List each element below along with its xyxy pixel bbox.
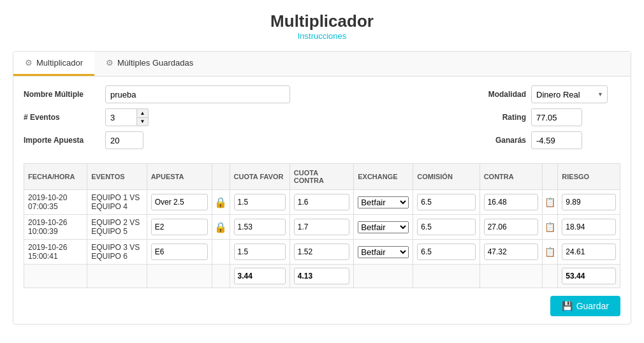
- cell-copy-3: 📋: [543, 240, 558, 265]
- copy-icon-2[interactable]: 📋: [545, 222, 555, 232]
- totals-empty-8: [543, 265, 558, 288]
- exchange-select-1[interactable]: Betfair Smarkets Matchbook: [358, 196, 409, 208]
- apuesta-input-2[interactable]: [151, 219, 208, 235]
- th-exchange: EXCHANGE: [354, 164, 413, 190]
- cell-eventos-2: EQUIPO 2 VS EQUIPO 5: [87, 215, 147, 240]
- total-cuota-contra-input[interactable]: [294, 268, 349, 284]
- right-form: Modalidad Dinero Real Prueba Rating Gana…: [475, 85, 608, 149]
- cell-exchange-3: Betfair Smarkets Matchbook: [354, 240, 413, 265]
- form-section: Nombre Múltiple # Eventos ▲ ▼ Importe Ap…: [13, 77, 631, 163]
- spinner-down-button[interactable]: ▼: [137, 117, 149, 126]
- importe-input[interactable]: [105, 131, 143, 149]
- cuota-favor-input-3[interactable]: [234, 244, 286, 260]
- instructions-link[interactable]: Instrucciones: [298, 31, 347, 41]
- tab-container: ⚙ Multiplicador ⚙ Múltiples Guardadas No…: [13, 51, 631, 325]
- table-header-row: FECHA/HORA EVENTOS APUESTA CUOTA FAVOR C…: [24, 164, 620, 190]
- exchange-select-3[interactable]: Betfair Smarkets Matchbook: [358, 246, 409, 258]
- total-riesgo-input[interactable]: [562, 268, 616, 284]
- cell-comision-1: [413, 190, 479, 215]
- ganaras-input[interactable]: [531, 131, 582, 149]
- cell-copy-2: 📋: [543, 215, 558, 240]
- cell-lock-3: [212, 240, 230, 265]
- cuota-favor-input-1[interactable]: [234, 194, 286, 210]
- copy-icon-3[interactable]: 📋: [545, 247, 555, 257]
- save-button[interactable]: 💾 Guardar: [550, 296, 620, 316]
- lock-icon-1[interactable]: 🔒: [214, 197, 227, 208]
- tab-multiples-guardadas[interactable]: ⚙ Múltiples Guardadas: [94, 52, 205, 76]
- modalidad-label: Modalidad: [475, 90, 526, 99]
- tab-multiplicador[interactable]: ⚙ Multiplicador: [13, 52, 94, 76]
- table-row: 2019-10-20 07:00:35 EQUIPO 1 VS EQUIPO 4…: [24, 190, 620, 215]
- bookmark-icon: ⚙: [106, 58, 113, 68]
- spinner-buttons: ▲ ▼: [137, 108, 149, 126]
- th-cuota-contra: CUOTA CONTRA: [289, 164, 353, 190]
- cell-eventos-3: EQUIPO 3 VS EQUIPO 6: [87, 240, 147, 265]
- cuota-contra-input-2[interactable]: [294, 219, 349, 235]
- totals-cuota-contra: [289, 265, 353, 288]
- cell-apuesta-2: [147, 215, 212, 240]
- tab-multiplicador-label: Multiplicador: [36, 58, 83, 68]
- totals-empty-6: [413, 265, 479, 288]
- nombre-multiple-input[interactable]: [105, 85, 290, 103]
- cell-lock-1: 🔒: [212, 190, 230, 215]
- cell-riesgo-1: [558, 190, 620, 215]
- cell-cuota-favor-1: [230, 190, 289, 215]
- cell-cuota-contra-3: [289, 240, 353, 265]
- exchange-cell-2: Betfair Smarkets Matchbook: [358, 221, 409, 233]
- cuota-contra-input-3[interactable]: [294, 244, 349, 260]
- cell-riesgo-3: [558, 240, 620, 265]
- th-contra: CONTRA: [479, 164, 543, 190]
- apuesta-input-3[interactable]: [151, 244, 208, 260]
- tab-multiples-guardadas-label: Múltiples Guardadas: [117, 58, 193, 68]
- totals-empty-3: [147, 265, 212, 288]
- save-icon: 💾: [562, 301, 573, 311]
- nombre-multiple-row: Nombre Múltiple: [24, 85, 475, 103]
- importe-row: Importe Apuesta: [24, 131, 475, 149]
- contra-input-2[interactable]: [484, 219, 539, 235]
- cell-apuesta-1: [147, 190, 212, 215]
- th-comision: COMISIÓN: [413, 164, 479, 190]
- comision-input-1[interactable]: [417, 194, 475, 210]
- cell-lock-2: 🔒: [212, 215, 230, 240]
- eventos-row: # Eventos ▲ ▼: [24, 108, 475, 126]
- cell-apuesta-3: [147, 240, 212, 265]
- importe-label: Importe Apuesta: [24, 136, 100, 145]
- th-copy-icon-col: [543, 164, 558, 190]
- riesgo-input-1[interactable]: [562, 194, 616, 210]
- cell-cuota-favor-2: [230, 215, 289, 240]
- contra-input-3[interactable]: [484, 244, 539, 260]
- table-row: 2019-10-26 15:00:41 EQUIPO 3 VS EQUIPO 6…: [24, 240, 620, 265]
- gear-icon: ⚙: [25, 58, 33, 68]
- comision-input-3[interactable]: [417, 244, 475, 260]
- spinner-up-button[interactable]: ▲: [137, 108, 149, 117]
- cell-contra-1: [479, 190, 543, 215]
- comision-input-2[interactable]: [417, 219, 475, 235]
- cell-eventos-1: EQUIPO 1 VS EQUIPO 4: [87, 190, 147, 215]
- apuesta-input-1[interactable]: [151, 194, 208, 210]
- cell-fecha-2: 2019-10-26 10:00:39: [24, 215, 87, 240]
- cell-exchange-1: Betfair Smarkets Matchbook: [354, 190, 413, 215]
- exchange-cell-1: Betfair Smarkets Matchbook: [358, 196, 409, 208]
- rating-input[interactable]: [531, 108, 582, 126]
- total-cuota-favor-input[interactable]: [234, 268, 286, 284]
- contra-input-1[interactable]: [484, 194, 539, 210]
- ganaras-row: Ganarás: [475, 131, 582, 149]
- cuota-contra-input-1[interactable]: [294, 194, 349, 210]
- copy-icon-1[interactable]: 📋: [545, 197, 555, 207]
- riesgo-input-2[interactable]: [562, 219, 616, 235]
- lock-icon-2[interactable]: 🔒: [214, 222, 227, 233]
- riesgo-input-3[interactable]: [562, 244, 616, 260]
- page-header: Multiplicador Instrucciones: [0, 0, 644, 43]
- cuota-favor-input-2[interactable]: [234, 219, 286, 235]
- exchange-cell-3: Betfair Smarkets Matchbook: [358, 246, 409, 258]
- th-cuota-favor: CUOTA FAVOR: [230, 164, 289, 190]
- table-row: 2019-10-26 10:00:39 EQUIPO 2 VS EQUIPO 5…: [24, 215, 620, 240]
- eventos-spinner: ▲ ▼: [105, 108, 149, 126]
- eventos-input[interactable]: [105, 108, 137, 126]
- th-apuesta: APUESTA: [147, 164, 212, 190]
- cell-contra-2: [479, 215, 543, 240]
- totals-row: [24, 265, 620, 288]
- exchange-select-2[interactable]: Betfair Smarkets Matchbook: [358, 221, 409, 233]
- th-eventos: EVENTOS: [87, 164, 147, 190]
- modalidad-select[interactable]: Dinero Real Prueba: [531, 85, 608, 103]
